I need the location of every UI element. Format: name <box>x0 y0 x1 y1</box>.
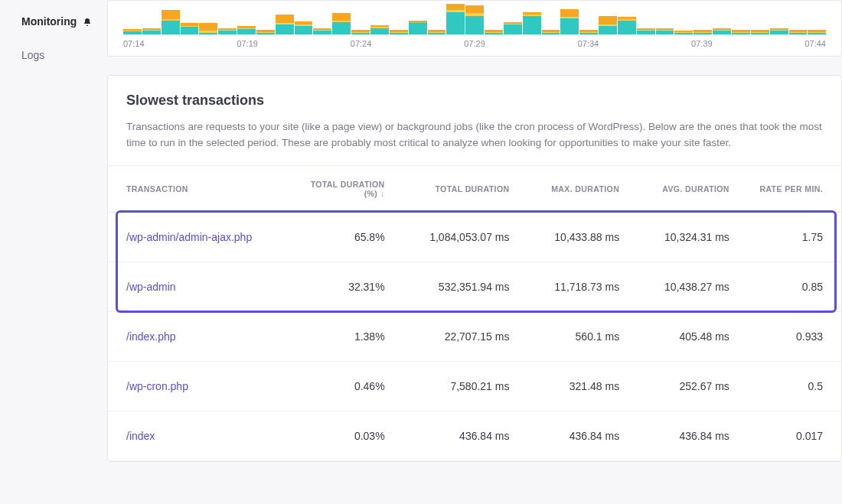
cell-transaction: /wp-admin <box>108 262 299 311</box>
cell-transaction: /wp-admin/admin-ajax.php <box>108 212 299 262</box>
cell-pct: 32.31% <box>299 262 394 311</box>
x-tick: 07:19 <box>237 39 258 48</box>
chart-bar[interactable] <box>199 4 217 34</box>
transaction-link[interactable]: /index <box>126 430 155 442</box>
cell-transaction: /index <box>108 411 299 460</box>
chart-bar[interactable] <box>313 4 331 34</box>
sidebar-item-monitoring[interactable]: Monitoring <box>21 15 107 28</box>
cell-total: 7,580.21 ms <box>394 361 519 411</box>
chart-bar[interactable] <box>579 4 598 34</box>
transaction-link[interactable]: /wp-admin/admin-ajax.php <box>126 231 252 243</box>
transaction-link[interactable]: /wp-cron.php <box>126 380 188 392</box>
chart-bar[interactable] <box>390 4 408 34</box>
sort-arrow-down-icon: ↓ <box>380 190 384 198</box>
chart-bar[interactable] <box>181 4 199 34</box>
transaction-link[interactable]: /index.php <box>126 330 176 343</box>
x-tick: 07:34 <box>578 39 599 48</box>
chart-bar[interactable] <box>162 4 180 34</box>
col-rate-per-min[interactable]: RATE PER MIN. <box>739 165 841 212</box>
chart-bar[interactable] <box>637 4 655 34</box>
cell-rate: 0.5 <box>739 361 841 411</box>
table-header-row: TRANSACTION TOTAL DURATION (%)↓ TOTAL DU… <box>108 165 841 212</box>
chart-bar[interactable] <box>409 4 427 34</box>
chart-bar[interactable] <box>542 4 560 34</box>
transactions-table: TRANSACTION TOTAL DURATION (%)↓ TOTAL DU… <box>108 165 841 461</box>
cell-transaction: /wp-cron.php <box>108 361 299 411</box>
transaction-link[interactable]: /wp-admin <box>126 281 176 293</box>
panel-header: Slowest transactions Transactions are re… <box>108 76 841 165</box>
cell-total: 22,707.15 ms <box>394 311 519 361</box>
table-row[interactable]: /index.php1.38%22,707.15 ms560.1 ms405.4… <box>108 311 841 361</box>
col-transaction[interactable]: TRANSACTION <box>108 165 299 212</box>
cell-rate: 0.85 <box>739 262 841 311</box>
cell-pct: 0.03% <box>299 411 394 460</box>
cell-total: 436.84 ms <box>394 411 519 460</box>
table-row[interactable]: /wp-admin32.31%532,351.94 ms11,718.73 ms… <box>108 262 841 311</box>
cell-transaction: /index.php <box>108 311 299 361</box>
cell-avg: 10,438.27 ms <box>628 262 739 311</box>
chart-bar[interactable] <box>485 4 503 34</box>
main-content: 07:1407:1907:2407:2907:3407:3907:44 Slow… <box>107 0 842 504</box>
chart-bar[interactable] <box>142 4 161 34</box>
chart-x-axis: 07:1407:1907:2407:2907:3407:3907:44 <box>123 34 826 50</box>
chart-bar[interactable] <box>713 4 731 34</box>
chart-bar[interactable] <box>276 4 294 34</box>
col-max-duration[interactable]: MAX. DURATION <box>518 165 628 212</box>
cell-max: 11,718.73 ms <box>518 262 628 311</box>
cell-pct: 1.38% <box>299 311 394 361</box>
chart-bar[interactable] <box>732 4 750 34</box>
chart-bar[interactable] <box>789 4 808 34</box>
chart-bar[interactable] <box>332 4 351 34</box>
chart-bar[interactable] <box>428 4 446 34</box>
chart-bar[interactable] <box>295 4 313 34</box>
chart-bar[interactable] <box>237 4 256 34</box>
chart-bar[interactable] <box>674 4 693 34</box>
cell-pct: 0.46% <box>299 361 394 411</box>
sidebar: Monitoring Logs <box>0 0 107 504</box>
table-row[interactable]: /index0.03%436.84 ms436.84 ms436.84 ms0.… <box>108 411 841 460</box>
x-tick: 07:29 <box>464 39 485 48</box>
chart-bar[interactable] <box>808 4 826 34</box>
transactions-table-wrap: TRANSACTION TOTAL DURATION (%)↓ TOTAL DU… <box>108 165 841 461</box>
slowest-transactions-panel: Slowest transactions Transactions are re… <box>107 75 842 462</box>
x-tick: 07:24 <box>351 39 372 48</box>
sidebar-item-logs[interactable]: Logs <box>21 49 107 61</box>
cell-rate: 1.75 <box>739 212 841 262</box>
x-tick: 07:14 <box>123 39 145 48</box>
chart-bar[interactable] <box>523 4 541 34</box>
cell-max: 321.48 ms <box>518 361 628 411</box>
table-row[interactable]: /wp-admin/admin-ajax.php65.8%1,084,053.0… <box>108 212 841 262</box>
cell-avg: 10,324.31 ms <box>628 212 739 262</box>
chart-bar[interactable] <box>465 4 484 34</box>
col-total-duration-pct[interactable]: TOTAL DURATION (%)↓ <box>299 165 394 212</box>
chart-bar[interactable] <box>446 4 465 34</box>
sidebar-item-label: Monitoring <box>21 15 77 28</box>
col-avg-duration[interactable]: AVG. DURATION <box>628 165 739 212</box>
chart-bar[interactable] <box>256 4 275 34</box>
cell-avg: 252.67 ms <box>628 361 739 411</box>
cell-max: 10,433.88 ms <box>518 212 628 262</box>
chart-bar[interactable] <box>694 4 712 34</box>
panel-title: Slowest transactions <box>126 93 823 109</box>
chart-bar[interactable] <box>560 4 579 34</box>
stacked-bar-chart <box>123 1 826 34</box>
chart-card: 07:1407:1907:2407:2907:3407:3907:44 <box>107 0 842 57</box>
x-tick: 07:44 <box>804 39 826 48</box>
chart-bar[interactable] <box>123 4 142 34</box>
chart-bar[interactable] <box>370 4 389 34</box>
sidebar-item-label: Logs <box>21 49 44 61</box>
chart-bar[interactable] <box>504 4 522 34</box>
cell-total: 532,351.94 ms <box>394 262 519 311</box>
chart-bar[interactable] <box>751 4 769 34</box>
chart-bar[interactable] <box>218 4 237 34</box>
chart-bar[interactable] <box>656 4 674 34</box>
chart-bar[interactable] <box>351 4 370 34</box>
panel-description: Transactions are requests to your site (… <box>126 119 823 151</box>
col-total-duration[interactable]: TOTAL DURATION <box>394 165 519 212</box>
bell-icon <box>83 17 92 26</box>
chart-bar[interactable] <box>770 4 788 34</box>
table-row[interactable]: /wp-cron.php0.46%7,580.21 ms321.48 ms252… <box>108 361 841 411</box>
chart-bar[interactable] <box>618 4 636 34</box>
cell-max: 436.84 ms <box>518 411 628 460</box>
chart-bar[interactable] <box>599 4 617 34</box>
